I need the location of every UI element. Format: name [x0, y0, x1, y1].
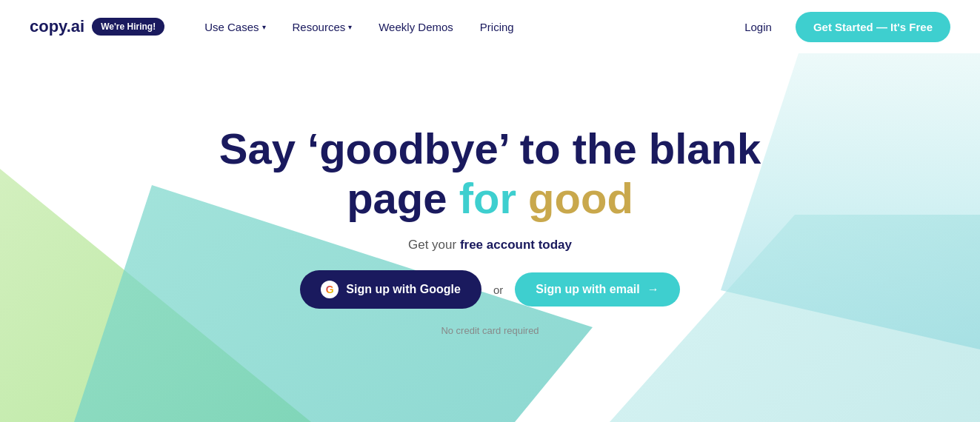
email-signup-label: Sign up with email — [536, 283, 639, 296]
hero-subtitle: Get your free account today — [408, 238, 572, 252]
get-started-button[interactable]: Get Started — It's Free — [796, 12, 950, 42]
logo[interactable]: copy.ai We're Hiring! — [30, 17, 164, 36]
email-signup-button[interactable]: Sign up with email → — [515, 272, 679, 307]
google-icon: G — [321, 281, 339, 298]
nav-right: Login Get Started — It's Free — [733, 12, 950, 42]
hero-title: Say ‘goodbye’ to the blank page for good — [219, 124, 761, 223]
google-signup-label: Sign up with Google — [346, 283, 461, 296]
hero-subtitle-bold: free account today — [460, 238, 572, 252]
nav-label-weekly-demos: Weekly Demos — [379, 21, 453, 33]
navigation: copy.ai We're Hiring! Use Cases ▾ Resour… — [0, 0, 980, 53]
no-credit-text: No credit card required — [441, 325, 539, 336]
hero-section: Say ‘goodbye’ to the blank page for good… — [0, 53, 980, 422]
hiring-badge[interactable]: We're Hiring! — [92, 18, 164, 36]
hero-title-line1: Say ‘goodbye’ to the blank — [219, 124, 761, 173]
or-separator: or — [493, 284, 503, 296]
cta-row: G Sign up with Google or Sign up with em… — [300, 270, 679, 309]
nav-label-resources: Resources — [293, 21, 346, 33]
chevron-down-icon: ▾ — [262, 23, 266, 31]
nav-item-pricing[interactable]: Pricing — [470, 15, 524, 39]
nav-item-resources[interactable]: Resources ▾ — [282, 15, 363, 39]
chevron-down-icon: ▾ — [348, 23, 352, 31]
nav-item-use-cases[interactable]: Use Cases ▾ — [194, 15, 276, 39]
nav-links: Use Cases ▾ Resources ▾ Weekly Demos Pri… — [194, 15, 733, 39]
nav-label-pricing: Pricing — [480, 21, 514, 33]
google-g-letter: G — [326, 284, 334, 295]
hero-title-line2: page for good — [347, 174, 633, 222]
nav-item-weekly-demos[interactable]: Weekly Demos — [368, 15, 464, 39]
logo-text: copy.ai — [30, 17, 84, 36]
arrow-icon: → — [647, 283, 659, 296]
login-button[interactable]: Login — [733, 15, 784, 39]
nav-label-use-cases: Use Cases — [204, 21, 259, 33]
hero-title-good: good — [528, 174, 633, 222]
hero-content: Say ‘goodbye’ to the blank page for good… — [219, 124, 761, 336]
hero-title-for: for — [459, 174, 528, 222]
google-signup-button[interactable]: G Sign up with Google — [300, 270, 481, 309]
hero-title-colored: for good — [459, 174, 633, 222]
hero-title-page: page — [347, 174, 459, 222]
